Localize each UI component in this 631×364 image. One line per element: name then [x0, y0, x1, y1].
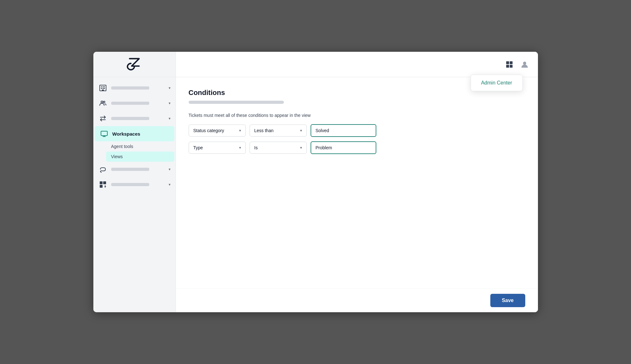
sidebar-item-people[interactable]: ▾: [93, 96, 176, 111]
chevron-down-icon-3: ▾: [169, 116, 171, 121]
sidebar-item-routing[interactable]: ▾: [93, 162, 176, 177]
add-module-icon: [98, 180, 107, 189]
grid-2x2-icon: [506, 61, 513, 68]
condition-2-operator-select[interactable]: Is ▾: [250, 142, 307, 154]
condition-2-operator-value: Is: [254, 145, 258, 150]
svg-point-16: [523, 62, 526, 65]
routing-icon: [98, 165, 107, 174]
sidebar: ▾ ▾ ▾ Wo: [93, 52, 176, 312]
condition-1-field-select[interactable]: Status category ▾: [189, 125, 246, 137]
user-avatar[interactable]: [519, 59, 530, 70]
save-button[interactable]: Save: [490, 294, 525, 307]
svg-rect-1: [101, 86, 102, 87]
condition-1-operator-select[interactable]: Less than ▾: [250, 125, 307, 137]
svg-rect-15: [105, 185, 105, 188]
grid-icon[interactable]: [504, 59, 515, 70]
chevron-down-icon: ▾: [169, 86, 171, 90]
sidebar-item-transfer[interactable]: ▾: [93, 111, 176, 126]
chevron-down-icon-op2: ▾: [300, 145, 302, 150]
condition-1-operator-value: Less than: [254, 128, 274, 133]
svg-rect-4: [101, 88, 102, 89]
svg-rect-13: [100, 185, 103, 188]
footer: Save: [176, 288, 538, 312]
chevron-down-icon-field2: ▾: [239, 145, 241, 150]
condition-1-value-input[interactable]: [311, 124, 376, 137]
transfer-icon: [98, 114, 107, 123]
sidebar-item-add-module[interactable]: ▾: [93, 177, 176, 192]
condition-row-1: Status category ▾ Less than ▾: [189, 124, 525, 137]
svg-rect-11: [100, 181, 103, 184]
sidebar-item-workspaces[interactable]: Workspaces: [95, 126, 174, 141]
svg-rect-5: [103, 88, 104, 89]
chevron-down-icon-op1: ▾: [300, 128, 302, 133]
svg-rect-12: [103, 181, 106, 184]
nav-label-buildings: [111, 86, 149, 90]
nav-label-routing: [111, 168, 149, 171]
svg-rect-10: [101, 131, 107, 136]
nav-label-add-module: [111, 183, 149, 186]
sidebar-logo: [93, 52, 176, 77]
chevron-down-icon-6: ▾: [169, 182, 171, 187]
people-icon: [98, 99, 107, 108]
workspaces-sub-items: Agent tools Views: [93, 141, 176, 162]
progress-bar: [189, 101, 284, 104]
sidebar-item-buildings[interactable]: ▾: [93, 80, 176, 96]
nav-label-transfer: [111, 117, 149, 120]
chevron-down-icon-2: ▾: [169, 101, 171, 105]
svg-point-8: [101, 101, 103, 103]
svg-rect-7: [102, 90, 104, 91]
main-content: Admin Center Conditions Tickets must mee…: [176, 52, 538, 312]
svg-rect-2: [103, 86, 104, 87]
sidebar-item-views[interactable]: Views: [106, 152, 174, 162]
chevron-down-icon-field1: ▾: [239, 128, 241, 133]
condition-2-field-value: Type: [193, 145, 203, 150]
conditions-content: Conditions Tickets must meet all of thes…: [176, 77, 538, 288]
sidebar-navigation: ▾ ▾ ▾ Wo: [93, 77, 176, 312]
condition-2-value-input[interactable]: [311, 141, 376, 154]
zendesk-logo-icon: [126, 57, 142, 72]
conditions-description: Tickets must meet all of these condition…: [189, 113, 525, 118]
svg-point-9: [103, 101, 105, 103]
condition-2-field-select[interactable]: Type ▾: [189, 142, 246, 154]
sidebar-item-agent-tools[interactable]: Agent tools: [111, 141, 176, 152]
svg-rect-3: [104, 86, 105, 87]
buildings-icon: [98, 84, 107, 92]
workspaces-icon: [100, 129, 109, 138]
condition-1-field-value: Status category: [193, 128, 224, 133]
user-icon: [520, 60, 529, 69]
svg-rect-6: [104, 88, 105, 89]
nav-label-people: [111, 102, 149, 105]
admin-center-dropdown: Admin Center: [471, 75, 523, 91]
condition-row-2: Type ▾ Is ▾: [189, 141, 525, 154]
topbar: [176, 52, 538, 77]
workspaces-label: Workspaces: [112, 131, 140, 137]
chevron-down-icon-5: ▾: [169, 167, 171, 172]
admin-center-link[interactable]: Admin Center: [481, 80, 512, 85]
